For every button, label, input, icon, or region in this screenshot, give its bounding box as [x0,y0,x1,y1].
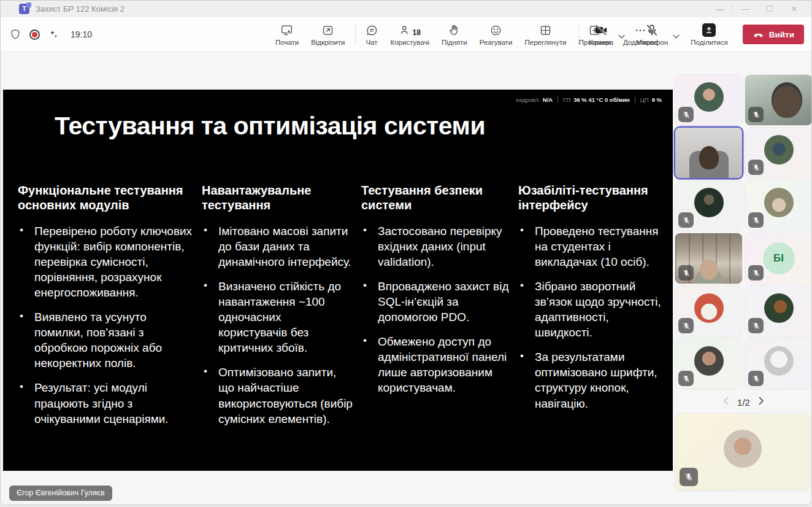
slide-title: Тестування та оптимізація системи [55,112,485,141]
pager-page-label: 1/2 [737,397,750,408]
shared-screen-slide: кадров/сN/A ГП36 % 41 °C 0 об/мин ЦП9 % … [3,90,673,471]
mic-off-icon [682,269,691,277]
participant-tile[interactable] [675,339,742,389]
participant-tile-large[interactable] [675,414,810,490]
mic-off-icon [682,322,691,330]
participant-tile[interactable] [675,286,742,336]
grid-view-icon [539,23,552,37]
participant-tile[interactable] [745,128,812,178]
start-sharing-button[interactable]: Почати [269,23,305,46]
slide-column-load-testing: Навантажувальне тестування Імітовано мас… [202,183,353,436]
bullet: Імітовано масові запити до бази даних та… [202,223,353,269]
teams-logo-icon [19,4,29,14]
bullet: Впроваджено захист від SQL-ін’єкцій за д… [361,279,510,325]
participant-tile[interactable]: БІ [745,233,812,284]
column-heading: Юзабіліті-тестування інтерфейсу [518,183,664,213]
pop-out-icon [321,23,334,37]
slide-column-functional-testing: Функціональне тестування основних модулі… [18,183,193,436]
mute-badge [678,107,694,122]
participant-tile[interactable] [745,75,812,125]
raise-hand-icon [448,23,461,37]
view-button[interactable]: Переглянути [519,23,573,46]
slide-column-security-testing: Тестування безпеки системи Застосовано п… [361,183,510,436]
participant-tile-active-speaker[interactable] [675,128,742,178]
pager-prev-chevron[interactable] [723,397,729,408]
window-title: Захист БР 122 Комісія 2 [36,4,124,14]
react-button[interactable]: Реагувати [473,23,519,46]
participant-tile[interactable] [745,339,812,389]
bullet: Перевірено роботу ключових функцій: вибі… [18,223,193,300]
mic-off-icon [752,163,760,172]
bullet: Обмежено доступ до адміністративної пане… [361,334,510,395]
bullet: За результатами оптимізовано шрифти, стр… [518,349,664,411]
mute-badge [748,160,764,175]
mute-badge [678,318,694,333]
avatar [694,293,724,323]
raise-hand-button[interactable]: Підняти [435,23,473,46]
avatar [724,430,762,468]
maximize-button[interactable] [757,4,782,14]
mute-badge [748,371,764,386]
participant-tile[interactable] [745,180,812,231]
participants-button[interactable]: 18 Користувачі [385,23,435,46]
titlebar-more-button[interactable] [708,4,732,14]
bullet: Застосовано перевірку вхідних даних (inp… [361,223,510,269]
camera-options-chevron[interactable] [618,28,625,41]
mic-off-icon [682,110,691,119]
participant-tile[interactable] [675,180,742,231]
mute-badge [748,107,764,122]
pager-next-chevron[interactable] [759,397,764,408]
share-button[interactable]: Поділитися [684,23,733,46]
mute-badge [748,265,764,281]
bullet: Результат: усі модулі працюють згідно з … [18,380,193,426]
share-tray-icon [702,23,716,37]
chat-button[interactable]: Чат [359,23,385,46]
toolbar-divider [355,24,356,45]
column-heading: Навантажувальне тестування [202,183,353,213]
mic-off-icon [682,216,691,225]
hangup-phone-icon [753,29,764,41]
mute-badge [678,212,694,228]
avatar [694,188,724,217]
mic-off-icon [752,110,760,119]
mute-badge [678,371,694,386]
avatar [694,346,724,376]
chat-icon [366,23,378,37]
avatar [764,135,794,164]
unpin-button[interactable]: Відкріпити [305,23,351,46]
participant-count-badge: 18 [413,28,421,37]
slide-column-usability-testing: Юзабіліті-тестування інтерфейсу Проведен… [518,183,664,436]
avatar [764,188,794,217]
avatar [764,293,794,323]
mic-off-icon [752,216,760,225]
meeting-stage: кадров/сN/A ГП36 % 41 °C 0 об/мин ЦП9 % … [1,53,811,505]
mic-button[interactable]: Мікрофон [630,23,674,46]
performance-overlay: кадров/сN/A ГП36 % 41 °C 0 об/мин ЦП9 % [516,96,662,103]
mute-badge [748,212,764,228]
participant-tile[interactable] [675,75,742,125]
meeting-toolbar: 19:10 Почати Відкріпити Чат [1,17,811,52]
participant-tile[interactable] [745,286,812,336]
leave-button[interactable]: Вийти [743,25,804,44]
bullet: Виявлено та усунуто помилки, пов’язані з… [18,309,193,371]
column-heading: Функціональне тестування основних модулі… [18,183,193,213]
avatar [694,82,724,112]
participants-panel: БІ [675,75,812,490]
people-icon [399,24,412,37]
mic-off-icon [682,374,691,383]
mic-off-icon [684,472,694,482]
camera-button[interactable]: Камера [583,23,619,46]
camera-off-icon [594,23,608,37]
recording-indicator-icon [29,29,40,40]
close-button[interactable]: ✕ [782,4,806,14]
meeting-timer: 19:10 [71,29,92,39]
mic-off-icon [752,374,760,383]
avatar [764,346,794,376]
bullet: Зібрано зворотний зв’язок щодо зручності… [518,279,664,340]
bullet: Проведено тестування на студентах і викл… [518,223,664,269]
participant-tile[interactable] [675,233,742,284]
minimize-button[interactable]: — [733,4,757,14]
sparkle-icon [48,28,60,41]
screen-share-icon [280,23,294,37]
mic-options-chevron[interactable] [673,28,680,41]
